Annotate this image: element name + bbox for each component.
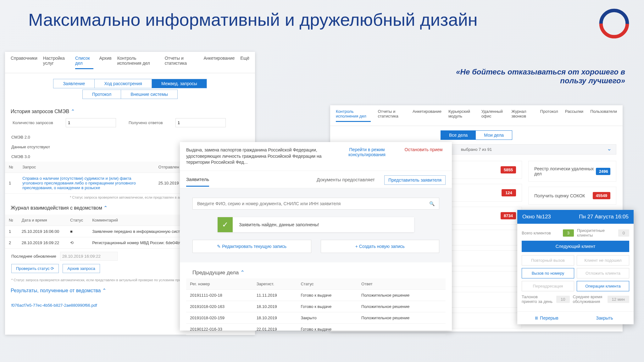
panel-queue-widget: Окно №123 Пн 27 Августа 16:05 Всего клие… <box>517 210 634 324</box>
last-update-value <box>60 252 118 261</box>
nav-tab[interactable]: Журнал звонков <box>511 109 533 122</box>
nav-tab[interactable]: Курьерский модуль <box>448 109 475 122</box>
logo <box>597 6 631 41</box>
resp-input[interactable] <box>175 118 226 127</box>
toggle-all[interactable]: Все дела <box>441 131 476 140</box>
status-badge: 8734 <box>501 212 516 219</box>
stop-reception-button[interactable]: Остановить прием <box>395 142 452 171</box>
priority-label: Приоритетные клиенты <box>577 228 615 238</box>
break-button[interactable]: ⏸ Перерыв <box>517 312 575 324</box>
row-request-link[interactable]: Справка о наличии (отсутствии) судимости… <box>19 173 154 194</box>
consult-mode-link[interactable]: Перейти в режим консультирования <box>339 142 395 171</box>
table-header: Ответ <box>358 278 446 290</box>
nav-tab[interactable]: Список дел <box>75 56 93 69</box>
tab-applicant[interactable]: Заявитель <box>186 177 209 187</box>
nav-tab[interactable]: Настройка услуг <box>43 56 69 69</box>
queue-action-button[interactable]: Клиент не подошел <box>577 255 629 266</box>
search-icon[interactable]: 🔍 <box>429 201 435 206</box>
last-update-label: Последнее обновление <box>11 254 56 259</box>
toggle-my[interactable]: Мои дела <box>476 131 512 140</box>
nav-tab[interactable]: Удаленный офис <box>481 109 504 122</box>
smev20-label: СМЭВ 2.0 <box>5 132 255 142</box>
status-badge: 124 <box>502 189 516 196</box>
table-row[interactable]: 20191018-020-16318.10.2019Готово к выдач… <box>186 301 446 312</box>
row-num: 1 <box>5 173 19 194</box>
nav-tab[interactable]: Анкетирование <box>413 109 441 122</box>
total-clients-value: 3 <box>563 229 574 237</box>
table-row[interactable]: 20190122-016-3322.01.2019Готово к выдаче <box>186 323 446 335</box>
history-header[interactable]: История запросов СМЭВ ⌃ <box>5 105 255 118</box>
window-number: Окно №123 <box>522 214 551 220</box>
subtab-button[interactable]: Протокол <box>83 90 121 99</box>
nav-tab[interactable]: Контроль исполнения дел <box>117 56 159 69</box>
success-message: ✓ Заявитель найден, данные заполнены! <box>218 217 414 232</box>
queue-action-button[interactable]: Переадресация <box>522 281 574 291</box>
table-header: № <box>5 162 19 173</box>
check-icon: ✓ <box>218 217 233 232</box>
status-badge: 2496 <box>596 168 610 175</box>
tab-documents[interactable]: Документы предоставляет <box>317 177 375 186</box>
table-header: Дата и время <box>18 215 66 226</box>
nav-tab[interactable]: Отчеты и статистика <box>378 109 406 122</box>
queue-action-button[interactable]: Вызов по номеру <box>522 268 574 278</box>
search-input[interactable] <box>197 201 429 206</box>
subtab-button[interactable]: Межвед. запросы <box>152 79 207 88</box>
status-badge: 5855 <box>501 166 516 173</box>
next-client-button[interactable]: Следующий клиент <box>522 241 629 252</box>
nav-tab[interactable]: Отчеты и статистика <box>165 56 198 69</box>
table-header: № <box>5 215 18 226</box>
panel-applicant: Выдача, замена паспортов гражданина Росс… <box>180 142 452 331</box>
nav-tab[interactable]: Архив <box>99 56 111 69</box>
table-row[interactable]: 20191111-020-1811.11.2019Готово к выдаче… <box>186 289 446 301</box>
search-box[interactable]: 🔍 <box>192 198 439 210</box>
prev-cases-table: Рег. номерЗарегист.СтатусОтвет 20191111-… <box>186 278 446 335</box>
avg-value: 12 мин <box>608 296 629 303</box>
nav-tab[interactable]: Пользователи <box>590 109 617 122</box>
tickets-value: 10 <box>556 296 569 303</box>
queue-action-button[interactable]: Операции клиента <box>577 281 629 291</box>
archive-button[interactable]: Архив запроса <box>63 264 100 273</box>
table-header: Запрос <box>19 162 154 173</box>
total-clients-label: Всего клиентов <box>522 231 560 235</box>
datetime: Пн 27 Августа 16:05 <box>579 214 629 220</box>
representative-button[interactable]: Представитель заявителя <box>384 175 446 185</box>
avg-label: Среднее время обслуживания <box>573 294 604 304</box>
subtab-button[interactable]: Внешние системы <box>121 90 177 99</box>
status-badge: 45549 <box>593 192 610 199</box>
create-record-button[interactable]: + Создать новую запись <box>321 240 440 253</box>
tickets-label: Талонов принято за день <box>522 294 553 304</box>
status-row[interactable]: Реестр логически удаленных дел2496 <box>528 161 616 182</box>
nav-tab[interactable]: Справочники <box>11 56 37 69</box>
slide-title: Максимально информативный и дружелюбный … <box>28 9 478 30</box>
table-header: Рег. номер <box>186 278 253 290</box>
table-header: Статус <box>66 215 88 226</box>
req-count-label: Количество запросов <box>13 120 53 125</box>
table-row[interactable]: 20191018-020-15918.10.2019ЗакрытоПоложит… <box>186 312 446 323</box>
quote-text: «Не бойтесь отказываться от хорошего в п… <box>449 68 625 85</box>
priority-value: 0 <box>618 229 629 237</box>
close-button[interactable]: Закрыть <box>575 312 634 324</box>
service-title: Выдача, замена паспортов гражданина Росс… <box>180 142 339 171</box>
nav-tab[interactable]: Протокол <box>540 109 558 122</box>
table-header: Зарегист. <box>253 278 297 290</box>
nav-tab[interactable]: Ещё <box>240 56 249 69</box>
edit-record-button[interactable]: ✎ Редактировать текущую запись <box>192 240 311 253</box>
subtab-button[interactable]: Заявление <box>53 79 95 88</box>
queue-action-button[interactable]: Отложить клиента <box>577 268 629 278</box>
prev-cases-header[interactable]: Предыдущие дела ⌃ <box>180 262 452 278</box>
nav-tab[interactable]: Рассылки <box>565 109 583 122</box>
queue-action-button[interactable]: Повторный вызов <box>522 255 574 266</box>
nav-tab[interactable]: Контроль исполнения дел <box>336 109 371 122</box>
check-status-button[interactable]: Проверить статус ⟳ <box>11 264 59 273</box>
req-count-input[interactable] <box>66 118 116 127</box>
status-row[interactable]: Получить оценку СОКОК45549 <box>528 187 616 205</box>
subtab-button[interactable]: Ход рассмотрения <box>95 79 152 88</box>
table-header: Статус <box>297 278 358 290</box>
nav-tab[interactable]: Анкетирование <box>203 56 235 69</box>
resp-label: Получено ответов <box>129 120 163 125</box>
